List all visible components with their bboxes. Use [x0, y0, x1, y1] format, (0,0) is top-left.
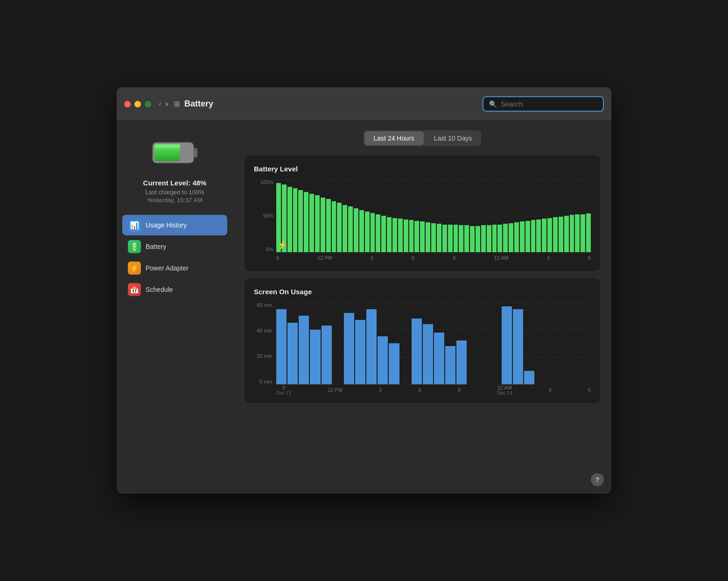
y-label-50: 50%	[254, 213, 276, 219]
battery-bar	[487, 225, 491, 252]
screen-x-labels: 9 Dec 13 12 PM 3 6 9 12 AM Dec 14 3	[276, 384, 591, 396]
battery-bar	[404, 220, 408, 252]
battery-bar	[343, 205, 347, 252]
y-label-0: 0%	[254, 247, 276, 252]
battery-charged-label: Last charged to 100%	[143, 189, 207, 196]
sidebar-item-power-adapter[interactable]: ⚡ Power Adapter	[122, 258, 227, 278]
battery-bar	[304, 192, 308, 252]
battery-bar	[431, 223, 436, 252]
x-label-screen-3am: 3	[548, 387, 551, 393]
screen-bar	[378, 336, 388, 384]
battery-bar	[309, 194, 314, 252]
battery-bar	[387, 217, 392, 252]
battery-bar	[564, 216, 569, 252]
battery-bar	[359, 210, 364, 252]
battery-bar	[464, 225, 469, 252]
x-label-12am: 12 AM	[494, 255, 508, 261]
minimize-button[interactable]	[134, 101, 141, 107]
screen-bar	[389, 343, 399, 384]
screen-bar	[502, 306, 512, 384]
battery-bar	[536, 220, 541, 252]
screen-bar	[276, 309, 287, 384]
tab-group: Last 24 Hours Last 10 Days	[364, 130, 482, 146]
x-label-3pm: 3	[371, 255, 373, 261]
battery-bar	[503, 224, 508, 252]
battery-bar	[420, 221, 425, 252]
screen-bar	[355, 320, 365, 384]
battery-bar	[542, 219, 546, 252]
battery-bar	[525, 221, 530, 252]
sidebar-item-label-power: Power Adapter	[146, 264, 189, 272]
grid-icon[interactable]: ⊞	[174, 99, 180, 108]
sidebar-item-label-schedule: Schedule	[146, 286, 173, 293]
battery-bar	[315, 195, 320, 252]
battery-bar	[481, 225, 486, 252]
y-label-40: 40 min.	[254, 328, 276, 333]
x-label-screen-6am: 6	[588, 387, 591, 393]
battery-bar	[381, 216, 386, 252]
battery-bar	[581, 214, 585, 252]
sidebar-item-schedule[interactable]: 📅 Schedule	[122, 279, 227, 300]
content-area: Last 24 Hours Last 10 Days Battery Level…	[233, 121, 611, 494]
x-label-6pm: 6	[412, 255, 414, 261]
sidebar-item-battery[interactable]: 🔋 Battery	[122, 236, 227, 257]
battery-level-chart-body: ⚡ 9 12 PM 3 6 9 12 AM 3 6	[276, 179, 591, 263]
screen-bar	[445, 346, 455, 384]
screen-usage-chart-body: 9 Dec 13 12 PM 3 6 9 12 AM Dec 14 3	[276, 302, 591, 396]
x-label-3am: 3	[547, 255, 550, 261]
sidebar-item-usage-history[interactable]: 📊 Usage History	[122, 215, 227, 235]
screen-bar	[513, 309, 523, 384]
battery-bars	[276, 179, 591, 252]
y-label-100: 100%	[254, 179, 276, 185]
power-adapter-icon: ⚡	[128, 262, 141, 275]
battery-bar	[326, 199, 331, 252]
battery-bar	[575, 214, 580, 252]
battery-bar	[287, 187, 292, 252]
main-content: Current Level: 48% Last charged to 100% …	[117, 121, 611, 494]
x-label-6am: 6	[588, 255, 591, 261]
battery-bar	[520, 221, 525, 252]
help-button[interactable]: ?	[591, 473, 604, 486]
y-label-60: 60 min.	[254, 302, 276, 308]
back-arrow[interactable]: ‹	[159, 99, 161, 109]
x-label-screen-6pm: 6	[419, 387, 421, 393]
search-input[interactable]	[501, 100, 597, 108]
battery-bar	[586, 213, 591, 252]
screen-bar	[322, 326, 332, 384]
traffic-lights	[124, 101, 151, 107]
screen-bar	[412, 319, 422, 384]
app-window: ‹ › ⊞ Battery 🔍	[117, 87, 611, 494]
battery-bar	[497, 225, 502, 252]
battery-bar	[409, 220, 414, 252]
battery-bar	[514, 222, 519, 252]
x-label-9a: 9	[276, 255, 279, 261]
maximize-button[interactable]	[145, 101, 151, 107]
sidebar-nav: 📊 Usage History 🔋 Battery ⚡ Power Adapte…	[117, 215, 233, 300]
battery-time-label: Yesterday, 10:37 AM	[143, 197, 207, 204]
battery-bar	[398, 219, 403, 252]
sidebar: Current Level: 48% Last charged to 100% …	[117, 121, 233, 494]
battery-bar	[553, 217, 558, 252]
battery-icon: 🔋	[128, 240, 141, 253]
battery-bar	[459, 225, 463, 252]
battery-level-chart-area: 100% 50% 0% ⚡ 9 1	[254, 179, 591, 263]
screen-usage-chart-title: Screen On Usage	[254, 288, 591, 296]
close-button[interactable]	[124, 101, 131, 107]
search-box[interactable]: 🔍	[483, 96, 604, 112]
battery-bar	[476, 226, 480, 252]
forward-arrow[interactable]: ›	[165, 99, 168, 109]
screen-bar	[366, 309, 377, 384]
battery-x-labels: 9 12 PM 3 6 9 12 AM 3 6	[276, 252, 591, 263]
nav-arrows: ‹ ›	[159, 99, 168, 109]
tab-last-10d[interactable]: Last 10 Days	[425, 130, 482, 146]
x-label-12pm: 12 PM	[317, 255, 332, 261]
battery-bar	[437, 224, 441, 252]
screen-bar	[344, 313, 354, 384]
tab-last-24h[interactable]: Last 24 Hours	[364, 131, 424, 145]
battery-icon-container	[152, 140, 198, 168]
battery-bar	[426, 222, 430, 252]
x-label-group-2: 12 AM Dec 14	[497, 385, 512, 396]
battery-bar	[531, 220, 536, 252]
battery-bar	[559, 217, 563, 252]
sidebar-item-label-battery: Battery	[146, 243, 166, 250]
